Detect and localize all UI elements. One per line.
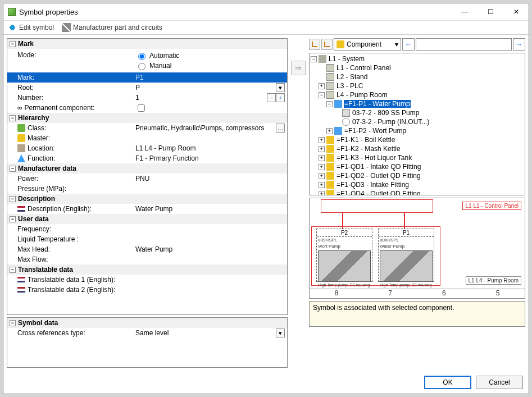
row-xref[interactable]: Cross references type: Same level ▾ — [7, 328, 287, 338]
close-button[interactable]: ✕ — [508, 6, 524, 18]
collapse-icon[interactable]: − — [10, 267, 16, 273]
expand-icon[interactable]: + — [319, 83, 325, 89]
class-browse-button[interactable]: … — [276, 124, 285, 133]
row-mark[interactable]: Mark: P1 — [7, 72, 287, 83]
component-type-select[interactable]: Component ▾ — [334, 38, 401, 51]
content-area: − Mark Mode: Automatic Manual Mark: P1 R… — [3, 35, 529, 371]
edit-symbol-button[interactable]: Edit symbol — [19, 24, 54, 31]
row-frequency[interactable]: Frequency: — [7, 224, 287, 234]
tree-node[interactable]: +=F1-K1 - Boil Kettle — [311, 135, 524, 144]
label-frequency: Frequency: — [17, 225, 135, 233]
expand-icon[interactable]: − — [326, 101, 333, 107]
collapse-icon[interactable]: − — [10, 41, 16, 47]
mfr-parts-button[interactable]: Manufacturer part and circuits — [73, 24, 162, 31]
tree-node[interactable]: +=F1-K3 - Hot Liquor Tank — [311, 153, 524, 162]
label-pressure: Pressure (MPa): — [17, 185, 135, 193]
nav-forward-button[interactable]: → — [513, 38, 525, 51]
row-master[interactable]: Master: — [7, 133, 287, 143]
label-class: Class: — [28, 124, 46, 132]
section-userdata[interactable]: − User data — [7, 214, 287, 224]
tree-node[interactable]: 03-7-2 - 809 SS Pump — [311, 108, 524, 117]
row-pressure[interactable]: Pressure (MPa): — [7, 184, 287, 194]
section-mark[interactable]: − Mark — [7, 39, 287, 49]
tree-node[interactable]: L1 - Control Panel — [311, 63, 524, 72]
row-class[interactable]: Class: Pneumatic, Hydraulic\Pumps, compr… — [7, 123, 287, 133]
axis-tick: 5 — [471, 289, 525, 297]
label-power: Power: — [17, 175, 135, 182]
collapse-icon[interactable]: − — [10, 196, 16, 202]
ok-button[interactable]: OK — [424, 376, 471, 389]
expand-icon[interactable]: + — [319, 137, 325, 143]
decrement-button[interactable]: − — [267, 93, 276, 102]
nav-back-button[interactable]: ← — [402, 38, 415, 51]
expand-icon[interactable]: + — [326, 128, 333, 134]
row-location[interactable]: Location: L1 L4 - Pump Room — [7, 143, 287, 153]
tree-node-label: =F1-P1 - Water Pump — [344, 100, 411, 108]
permanent-checkbox[interactable] — [138, 104, 145, 112]
tree-node[interactable]: +=F1-QD3 - Intake Fitting — [311, 180, 524, 189]
tree-node[interactable]: +=F1-K2 - Mash Kettle — [311, 144, 524, 153]
tree-view-button-1[interactable] — [309, 39, 320, 50]
expand-icon[interactable]: + — [319, 164, 325, 170]
assign-button[interactable]: ⇒ — [291, 61, 306, 75]
tree-node-label: L1 - System — [328, 55, 365, 63]
maximize-button[interactable]: ☐ — [483, 6, 498, 18]
row-trans2[interactable]: Translatable data 2 (English): — [7, 285, 287, 295]
root-dropdown-button[interactable]: ▾ — [276, 83, 285, 92]
row-root[interactable]: Root: P ▾ — [7, 83, 287, 93]
tree-node[interactable]: −L1 - System — [311, 54, 524, 63]
tree-node[interactable]: +=F1-QD4 - Outlet QD Fitting — [311, 189, 524, 195]
section-mfrdata[interactable]: − Manufacturer data — [7, 163, 287, 174]
expand-icon[interactable]: + — [319, 182, 325, 188]
expand-icon[interactable]: − — [319, 92, 325, 98]
expand-icon[interactable]: − — [311, 56, 317, 62]
right-column: Component ▾ ← → −L1 - SystemL1 - Control… — [309, 38, 525, 368]
minimize-button[interactable]: — — [457, 6, 472, 18]
tree-node[interactable]: +=F1-P2 - Wort Pump — [311, 126, 524, 135]
row-desc-en[interactable]: Description (English): Water Pump — [7, 204, 287, 214]
label-trans2: Translatable data 2 (English): — [28, 286, 115, 294]
row-maxhead[interactable]: Max Head:Water Pump — [7, 244, 287, 254]
row-trans1[interactable]: Translatable data 1 (English): — [7, 275, 287, 285]
component-tree[interactable]: −L1 - SystemL1 - Control PanelL2 - Stand… — [309, 53, 525, 195]
row-power[interactable]: Power: PNU — [7, 174, 287, 184]
section-hierarchy[interactable]: − Hierarchy — [7, 113, 287, 123]
expand-icon[interactable]: + — [319, 191, 325, 196]
search-input[interactable] — [416, 38, 512, 51]
label-desc-en: Description (English): — [28, 205, 92, 213]
expand-icon[interactable]: + — [319, 146, 325, 152]
expand-icon[interactable]: + — [319, 173, 325, 179]
tree-node[interactable]: 07-3-2 - Pump (IN,OUT...) — [311, 117, 524, 126]
row-number[interactable]: Number: 1 − + — [7, 93, 287, 103]
tree-node[interactable]: +=F1-QD1 - Intake QD Fitting — [311, 162, 524, 171]
radio-automatic[interactable]: Automatic — [135, 51, 179, 60]
row-permanent[interactable]: ∞ Permanent component: — [7, 103, 287, 113]
collapse-icon[interactable]: − — [10, 166, 16, 172]
component-icon — [337, 40, 344, 48]
section-description[interactable]: − Description — [7, 194, 287, 204]
comp2-icon — [334, 100, 342, 108]
section-symboldata[interactable]: − Symbol data — [7, 318, 287, 328]
pump-p2-tag: P2 — [317, 229, 372, 237]
tree-node[interactable]: −L4 - Pump Room — [311, 90, 524, 99]
tree-node[interactable]: +=F1-QD2 - Outlet QD Fitting — [311, 171, 524, 180]
tree-icon — [312, 42, 317, 47]
tree-view-button-2[interactable] — [321, 39, 333, 50]
row-function[interactable]: Function: F1 - Prmary Function — [7, 153, 287, 163]
row-maxflow[interactable]: Max Flow: — [7, 254, 287, 264]
row-liqtemp[interactable]: Liquid Temperature : — [7, 234, 287, 244]
tree-node[interactable]: −=F1-P1 - Water Pump — [311, 99, 524, 108]
collapse-icon[interactable]: − — [10, 320, 16, 326]
tree-node[interactable]: +L3 - PLC — [311, 81, 524, 90]
xref-dropdown-button[interactable]: ▾ — [276, 328, 285, 337]
expand-icon[interactable]: + — [319, 155, 325, 161]
collapse-icon[interactable]: − — [10, 216, 16, 222]
radio-manual[interactable]: Manual — [135, 61, 179, 70]
collapse-icon[interactable]: − — [10, 115, 16, 121]
increment-button[interactable]: + — [276, 93, 285, 102]
value-xref: Same level — [135, 329, 276, 337]
section-transdata[interactable]: − Translatable data — [7, 264, 287, 275]
tree-node-label: L4 - Pump Room — [336, 91, 388, 99]
cancel-button[interactable]: Cancel — [476, 376, 523, 389]
tree-node[interactable]: L2 - Stand — [311, 72, 524, 81]
